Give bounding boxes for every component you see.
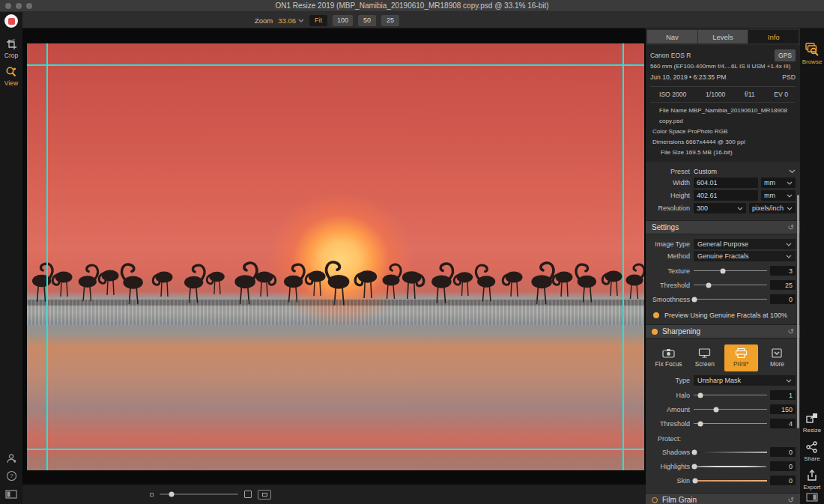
minimize-window-button[interactable] bbox=[16, 3, 22, 9]
image-type-dropdown[interactable]: General Purpose bbox=[694, 239, 796, 249]
right-panel-toggle-button[interactable] bbox=[800, 493, 824, 502]
crop-tool-button[interactable]: Crop bbox=[0, 39, 22, 59]
slider-value[interactable]: 1 bbox=[770, 390, 796, 400]
gallery-wrap-guide-right[interactable] bbox=[622, 43, 624, 470]
gallery-wrap-guide-top[interactable] bbox=[27, 64, 644, 66]
slider-track[interactable] bbox=[694, 466, 767, 467]
slider-value[interactable]: 3 bbox=[770, 266, 796, 276]
slider-thumb[interactable] bbox=[691, 297, 697, 302]
width-input[interactable]: 604.01 bbox=[694, 177, 758, 188]
shadows-slider: Shadows 0 bbox=[650, 447, 796, 457]
slider-thumb[interactable] bbox=[697, 392, 703, 398]
print-mode-button[interactable]: Print* bbox=[724, 344, 758, 371]
zoom-fit-button[interactable]: Fit bbox=[309, 15, 327, 26]
chevron-down-icon[interactable] bbox=[789, 169, 796, 174]
slider-value[interactable]: 25 bbox=[770, 280, 796, 290]
slider-track[interactable] bbox=[694, 395, 767, 395]
slider-track[interactable] bbox=[694, 299, 767, 300]
slider-track[interactable] bbox=[694, 409, 767, 410]
width-unit-dropdown[interactable]: mm bbox=[761, 177, 796, 188]
on1-logo bbox=[4, 14, 18, 28]
slider-track[interactable] bbox=[694, 480, 767, 482]
screen-mode-button[interactable]: Screen bbox=[688, 344, 721, 371]
height-input[interactable]: 402.61 bbox=[694, 190, 758, 201]
settings-header[interactable]: Settings ↺ bbox=[646, 220, 800, 234]
zoom-value-dropdown[interactable]: 33.06 bbox=[278, 16, 304, 25]
preset-dropdown[interactable]: Custom bbox=[694, 168, 789, 175]
gps-button[interactable]: GPS bbox=[775, 49, 796, 61]
slider-track[interactable] bbox=[694, 270, 767, 271]
slider-thumb[interactable] bbox=[706, 282, 711, 288]
slider-value[interactable]: 0 bbox=[770, 476, 796, 485]
sharpening-modes: Fix Focus Screen Print bbox=[650, 341, 796, 373]
slider-value[interactable]: 4 bbox=[770, 419, 796, 428]
height-unit-dropdown[interactable]: mm bbox=[761, 190, 796, 201]
gallery-wrap-guide-left[interactable] bbox=[46, 43, 48, 470]
more-options-icon bbox=[772, 348, 782, 358]
slider-track[interactable] bbox=[694, 452, 767, 453]
browse-module-button[interactable]: Browse bbox=[800, 42, 824, 65]
smoothness-slider: Smoothness 0 bbox=[650, 294, 796, 304]
tab-nav[interactable]: Nav bbox=[647, 30, 697, 43]
more-mode-button[interactable]: More bbox=[760, 344, 794, 371]
toggle-on-icon[interactable] bbox=[653, 312, 659, 318]
panel-scrollbar[interactable] bbox=[797, 195, 799, 428]
slider-thumb[interactable] bbox=[714, 407, 719, 412]
camera-model: Canon EOS R bbox=[650, 50, 691, 61]
image-canvas[interactable] bbox=[22, 28, 646, 485]
fix-focus-mode-button[interactable]: Fix Focus bbox=[652, 344, 685, 371]
export-module-button[interactable]: Export bbox=[800, 469, 824, 491]
resolution-unit-dropdown[interactable]: pixels/inch bbox=[749, 203, 796, 213]
left-tool-rail: Crop View ? bbox=[0, 12, 22, 504]
slider-thumb[interactable] bbox=[692, 478, 697, 483]
zoom-in-icon[interactable] bbox=[244, 491, 252, 498]
slider-thumb[interactable] bbox=[691, 449, 697, 455]
tab-levels[interactable]: Levels bbox=[698, 30, 748, 43]
zoom-25-button[interactable]: 25 bbox=[381, 15, 399, 26]
share-module-button[interactable]: Share bbox=[800, 440, 824, 462]
file-size: File Size 169.5 MB (16-bit) bbox=[650, 148, 796, 158]
photo-preview[interactable] bbox=[27, 43, 644, 470]
magnifier-hand-icon bbox=[5, 66, 17, 78]
close-window-button[interactable] bbox=[5, 3, 11, 9]
sharpen-type-dropdown[interactable]: Unsharp Mask bbox=[694, 375, 796, 386]
zoom-100-button[interactable]: 100 bbox=[333, 15, 353, 26]
tab-info[interactable]: Info bbox=[748, 30, 799, 43]
slider-value[interactable]: 0 bbox=[770, 461, 796, 471]
account-button[interactable] bbox=[0, 453, 22, 464]
slider-value[interactable]: 0 bbox=[770, 447, 796, 457]
slider-thumb[interactable] bbox=[697, 421, 703, 426]
zoom-window-button[interactable] bbox=[26, 3, 32, 9]
resize-module-button[interactable]: Resize bbox=[800, 412, 824, 434]
slider-value[interactable]: 150 bbox=[770, 404, 796, 414]
method-dropdown[interactable]: Genuine Fractals bbox=[694, 251, 796, 261]
slider-track[interactable] bbox=[694, 423, 767, 424]
sharpening-header[interactable]: Sharpening ↺ bbox=[646, 324, 800, 338]
preview-fractals-toggle[interactable]: Preview Using Genuine Fractals at 100% bbox=[650, 309, 796, 321]
chevron-down-icon bbox=[786, 379, 792, 383]
color-space: Color Space ProPhoto RGB bbox=[650, 127, 796, 137]
gallery-wrap-guide-bottom[interactable] bbox=[27, 449, 644, 450]
slider-value[interactable]: 0 bbox=[770, 294, 796, 304]
view-tool-button[interactable]: View bbox=[0, 66, 22, 87]
preview-zoom-slider-thumb[interactable] bbox=[169, 492, 174, 497]
texture-slider: Texture 3 bbox=[650, 266, 796, 276]
slider-thumb[interactable] bbox=[691, 464, 697, 469]
resolution-input-dropdown[interactable]: 300 bbox=[694, 203, 746, 213]
help-button[interactable]: ? bbox=[0, 470, 22, 482]
preview-compare-button[interactable] bbox=[258, 490, 271, 500]
reset-icon[interactable]: ↺ bbox=[788, 496, 794, 504]
reset-icon[interactable]: ↺ bbox=[788, 223, 794, 231]
left-panel-toggle-button[interactable] bbox=[0, 490, 22, 499]
section-toggle-icon[interactable] bbox=[652, 329, 658, 335]
section-toggle-icon[interactable] bbox=[652, 497, 658, 503]
chevron-down-icon bbox=[787, 207, 793, 210]
slider-thumb[interactable] bbox=[721, 268, 726, 273]
zoom-50-button[interactable]: 50 bbox=[358, 15, 376, 26]
printer-icon bbox=[735, 348, 748, 358]
reset-icon[interactable]: ↺ bbox=[788, 327, 794, 336]
film-grain-header[interactable]: Film Grain ↺ bbox=[646, 493, 800, 504]
slider-track[interactable] bbox=[694, 285, 767, 285]
zoom-out-icon[interactable] bbox=[150, 493, 154, 497]
preview-zoom-slider[interactable] bbox=[160, 494, 238, 495]
